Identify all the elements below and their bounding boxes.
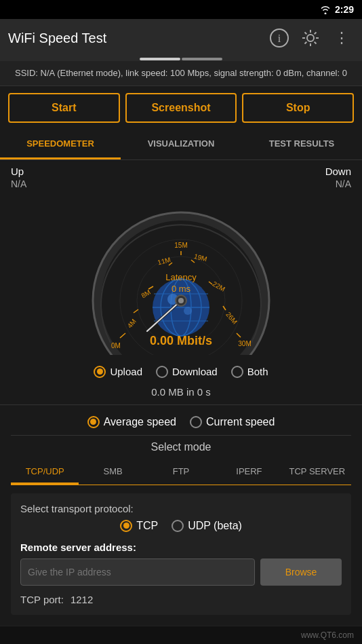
- svg-line-9: [315, 33, 317, 35]
- footer: www.QT6.com: [0, 626, 362, 644]
- svg-text:0M: 0M: [111, 342, 121, 349]
- time-display: 2:29: [335, 4, 354, 15]
- start-button[interactable]: Start: [8, 93, 120, 123]
- transport-radio-row: TCP UDP (beta): [20, 520, 342, 532]
- transport-protocol-label: Select transport protocol:: [20, 503, 342, 514]
- info-bar: SSID: N/A (Ethernet mode), link speed: 1…: [0, 61, 362, 86]
- top-bar: WiFi Speed Test i ⋮: [0, 19, 362, 57]
- current-speed-label: Current speed: [206, 416, 275, 428]
- tcp-label: TCP: [136, 520, 158, 532]
- protocol-settings: Select transport protocol: TCP UDP (beta…: [11, 493, 351, 615]
- stop-button[interactable]: Stop: [242, 93, 354, 123]
- svg-line-7: [305, 33, 307, 35]
- svg-text:15M: 15M: [174, 242, 187, 249]
- protocol-tabs: TCP/UDP SMB FTP IPERF TCP SERVER: [11, 460, 351, 485]
- select-mode-label: Select mode: [11, 441, 351, 453]
- download-label: Download: [172, 366, 218, 377]
- up-down-labels: Up Down: [11, 166, 351, 177]
- gauge-container: Latency 0 ms 0.00 Mbit/s 0M 4M 8M 11M 15…: [11, 192, 351, 360]
- udp-radio-circle: [172, 520, 184, 532]
- wifi-icon: [320, 5, 331, 14]
- ptab-tcpudp[interactable]: TCP/UDP: [11, 460, 79, 485]
- tcp-port-value: 1212: [71, 594, 93, 605]
- svg-text:i: i: [278, 33, 281, 44]
- up-label: Up: [11, 166, 24, 177]
- tcp-radio[interactable]: TCP: [120, 520, 158, 532]
- udp-radio[interactable]: UDP (beta): [172, 520, 242, 532]
- average-speed-circle: [87, 416, 100, 428]
- tab-test-results[interactable]: TEST RESULTS: [241, 130, 362, 159]
- up-down-values: N/A N/A: [11, 178, 351, 189]
- ptab-iperf[interactable]: IPERF: [215, 460, 283, 485]
- svg-point-2: [307, 35, 314, 41]
- both-label: Both: [247, 366, 268, 377]
- svg-line-8: [315, 42, 317, 44]
- average-speed-radio[interactable]: Average speed: [87, 416, 176, 428]
- speedometer-section: Up Down N/A N/A: [0, 160, 362, 360]
- tcp-port-row: TCP port: 1212: [20, 594, 342, 605]
- down-value: N/A: [336, 178, 351, 189]
- upload-label: Upload: [110, 366, 142, 377]
- speed-mode-section: Average speed Current speed Select mode …: [0, 405, 362, 626]
- tcp-radio-circle: [120, 520, 132, 532]
- footer-text: www.QT6.com: [301, 630, 354, 640]
- buttons-row: Start Screenshot Stop: [0, 86, 362, 130]
- status-icons: 2:29: [320, 4, 354, 15]
- svg-text:Latency: Latency: [165, 272, 197, 282]
- mode-radio-row: Upload Download Both: [0, 360, 362, 383]
- download-radio[interactable]: Download: [156, 366, 218, 378]
- svg-point-22: [184, 307, 192, 315]
- current-speed-radio[interactable]: Current speed: [190, 416, 275, 428]
- download-radio-circle: [156, 366, 168, 378]
- current-speed-circle: [190, 416, 202, 428]
- app-title: WiFi Speed Test: [8, 31, 260, 46]
- both-radio-circle: [231, 366, 243, 378]
- svg-point-26: [178, 298, 184, 303]
- info-button[interactable]: i: [267, 26, 291, 50]
- svg-text:0 ms: 0 ms: [172, 284, 191, 294]
- ip-address-input[interactable]: [20, 558, 255, 586]
- remote-server-label: Remote server address:: [20, 542, 342, 553]
- svg-text:30M: 30M: [238, 340, 251, 347]
- ssid-info: SSID: N/A (Ethernet mode), link speed: 1…: [15, 68, 347, 78]
- speed-mode-row: Average speed Current speed: [11, 416, 351, 428]
- tab-speedometer[interactable]: SPEEDOMETER: [0, 130, 121, 159]
- upload-radio-circle: [94, 366, 106, 378]
- tcp-port-label: TCP port:: [20, 594, 64, 605]
- udp-label: UDP (beta): [188, 520, 242, 532]
- svg-line-10: [305, 42, 307, 44]
- menu-button[interactable]: ⋮: [329, 26, 354, 50]
- ptab-ftp[interactable]: FTP: [147, 460, 215, 485]
- ptab-smb[interactable]: SMB: [79, 460, 146, 485]
- up-value: N/A: [11, 178, 26, 189]
- mb-value: 0.0 MB in 0 s: [151, 386, 211, 398]
- divider-1: [11, 435, 351, 436]
- browse-button[interactable]: Browse: [260, 558, 342, 586]
- upload-radio[interactable]: Upload: [94, 366, 142, 378]
- screenshot-button[interactable]: Screenshot: [125, 93, 237, 123]
- main-tabs: SPEEDOMETER VISUALIZATION TEST RESULTS: [0, 130, 362, 160]
- input-browse-row: Browse: [20, 558, 342, 586]
- settings-button[interactable]: [298, 26, 323, 50]
- svg-text:0.00 Mbit/s: 0.00 Mbit/s: [150, 334, 212, 347]
- both-radio[interactable]: Both: [231, 366, 268, 378]
- status-bar: 2:29: [0, 0, 362, 19]
- ptab-tcpserver[interactable]: TCP SERVER: [283, 460, 351, 485]
- tab-visualization[interactable]: VISUALIZATION: [121, 130, 241, 159]
- gauge-svg: Latency 0 ms 0.00 Mbit/s 0M 4M 8M 11M 15…: [79, 192, 283, 355]
- mb-info: 0.0 MB in 0 s: [0, 383, 362, 405]
- down-label: Down: [325, 166, 351, 177]
- average-speed-label: Average speed: [104, 416, 176, 428]
